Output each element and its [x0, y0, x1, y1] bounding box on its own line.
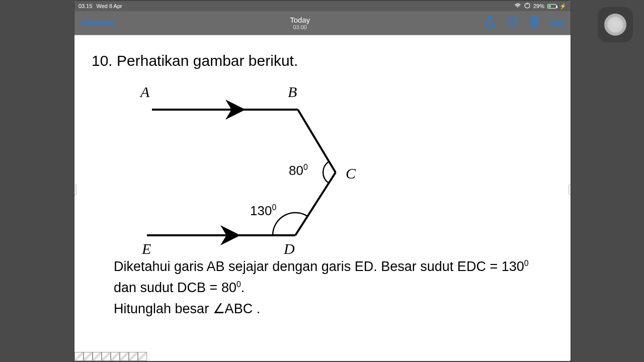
- document-content: 10. Perhatikan gambar berikut.: [74, 38, 571, 361]
- label-D: D: [284, 240, 295, 257]
- back-label: Recents: [85, 19, 115, 28]
- orientation-lock-icon: [524, 3, 530, 10]
- nav-subtitle: 03.00: [115, 24, 485, 30]
- chevron-left-icon: ‹: [80, 17, 84, 30]
- trash-icon[interactable]: [529, 16, 539, 30]
- text-line-1b: dan sudut DCB = 80: [114, 280, 236, 295]
- nav-title: Today: [115, 16, 485, 24]
- battery-icon: [547, 4, 556, 9]
- thumbnail[interactable]: [84, 352, 93, 361]
- assistive-touch-button[interactable]: [598, 7, 633, 42]
- thumbnail[interactable]: [74, 352, 84, 361]
- question-number: 10.: [92, 52, 113, 69]
- angle-edc: 1300: [250, 203, 276, 219]
- thumbnail-strip[interactable]: [74, 352, 150, 361]
- angle-dcb: 800: [289, 163, 308, 178]
- edit-button[interactable]: Edit: [550, 19, 565, 28]
- svg-line-6: [295, 172, 336, 235]
- page-handle-left[interactable]: [74, 184, 76, 195]
- problem-text: Diketahui garis AB sejajar dengan garis …: [114, 256, 543, 320]
- thumbnail[interactable]: [120, 352, 129, 361]
- question-prompt: Perhatikan gambar berikut.: [117, 52, 298, 69]
- label-B: B: [288, 83, 297, 101]
- label-A: A: [140, 83, 149, 101]
- label-E: E: [142, 240, 151, 257]
- status-date: Wed 8 Apr: [97, 3, 122, 9]
- nav-title-block: Today 03.00: [115, 16, 485, 30]
- thumbnail[interactable]: [138, 352, 147, 361]
- wifi-icon: [514, 3, 521, 9]
- nav-bar: ‹ Recents Today 03.00 Edit: [74, 11, 571, 35]
- thumbnail[interactable]: [102, 352, 111, 361]
- charging-icon: ⚡: [559, 3, 567, 10]
- heart-icon[interactable]: [506, 16, 518, 30]
- label-C: C: [346, 165, 356, 182]
- app-frame: 03.15 Wed 8 Apr 29% ⚡ ‹ Recents Today 03…: [74, 1, 571, 361]
- status-bar: 03.15 Wed 8 Apr 29% ⚡: [74, 1, 571, 11]
- page-handle-right[interactable]: [569, 184, 571, 195]
- status-time: 03.15: [78, 3, 93, 9]
- thumbnail[interactable]: [111, 352, 120, 361]
- thumbnail[interactable]: [93, 352, 102, 361]
- thumbnail[interactable]: [129, 352, 138, 361]
- text-line-1c: .: [241, 280, 245, 295]
- battery-percent: 29%: [533, 3, 544, 9]
- text-line-1a: Diketahui garis AB sejajar dengan garis …: [114, 259, 524, 274]
- text-line-2: Hitunglah besar ∠ABC .: [114, 301, 260, 316]
- share-icon[interactable]: [485, 16, 495, 30]
- geometry-diagram: A B C D E 800 1300: [122, 69, 404, 260]
- assistive-touch-icon: [604, 14, 626, 36]
- question-heading: 10. Perhatikan gambar berikut.: [92, 52, 553, 69]
- back-button[interactable]: ‹ Recents: [80, 17, 115, 30]
